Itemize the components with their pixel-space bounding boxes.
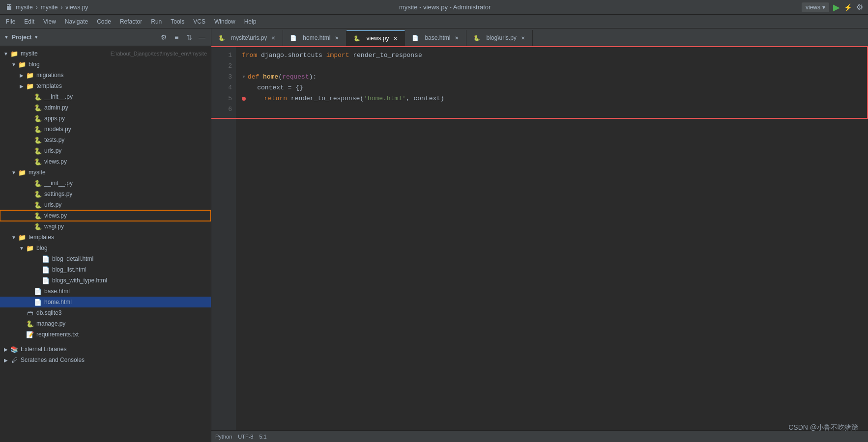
lib-icon: 📚: [10, 345, 19, 354]
sidebar-close-icon[interactable]: —: [197, 32, 207, 42]
code-line-2: [242, 61, 862, 72]
breadcrumb-mysite2[interactable]: mysite: [41, 4, 58, 11]
editor-area: 🐍 mysite\urls.py ✕ 📄 home.html ✕ 🐍 views…: [211, 28, 868, 442]
tab-close-home[interactable]: ✕: [333, 34, 340, 41]
tree-item-blog-init[interactable]: 🐍 __init__.py: [0, 91, 211, 102]
tree-label-mysite-pkg: mysite: [29, 169, 207, 176]
tree-item-blogs-with-type[interactable]: 📄 blogs_with_type.html: [0, 275, 211, 286]
tree-label-blogs-with-type: blogs_with_type.html: [52, 277, 207, 284]
sidebar: ▼ Project ▾ ⚙ ≡ ⇅ — ▼ 📁 mysite E:\about_…: [0, 28, 211, 442]
py-icon: 🐍: [33, 103, 42, 112]
tree-item-mysite-root[interactable]: ▼ 📁 mysite E:\about_Django\test\mysite_e…: [0, 48, 211, 59]
tree-item-blog-views[interactable]: 🐍 views.py: [0, 156, 211, 167]
tab-close-blog-urls[interactable]: ✕: [520, 34, 526, 41]
scratches-icon: 🖊: [10, 356, 19, 364]
menu-help[interactable]: Help: [240, 17, 260, 27]
arrow-scratches: ▶: [2, 358, 10, 363]
sidebar-collapse-all-icon[interactable]: ⇅: [184, 32, 194, 42]
fn-home: home: [263, 72, 278, 83]
tree-label-templates: templates: [29, 234, 207, 241]
tree-item-mysite-settings[interactable]: 🐍 settings.py: [0, 189, 211, 199]
kw-return: return: [264, 93, 287, 104]
tree-item-blog-admin[interactable]: 🐍 admin.py: [0, 102, 211, 113]
tab-home[interactable]: 📄 home.html ✕: [283, 30, 347, 46]
sidebar-settings-icon[interactable]: ⚙: [159, 32, 169, 42]
tree-item-home-html[interactable]: 📄 home.html: [0, 297, 211, 307]
tree-item-requirements[interactable]: 📝 requirements.txt: [0, 329, 211, 340]
sidebar-menu-icon[interactable]: ≡: [172, 32, 181, 42]
tree-label-mysite-init: __init__.py: [44, 180, 207, 187]
tree-item-mysite-init[interactable]: 🐍 __init__.py: [0, 178, 211, 189]
views-dropdown[interactable]: views ▾: [802, 2, 829, 12]
tree-item-blog-detail[interactable]: 📄 blog_detail.html: [0, 253, 211, 264]
dropdown-icon[interactable]: ▾: [35, 34, 37, 40]
tree-item-blog[interactable]: ▼ 📁 blog: [0, 59, 211, 70]
tree-label-home-html: home.html: [44, 299, 207, 305]
tree-label-blog-list: blog_list.html: [52, 266, 207, 273]
folder-icon: 📁: [18, 168, 27, 177]
menu-tools[interactable]: Tools: [167, 17, 188, 27]
tree-item-blog-models[interactable]: 🐍 models.py: [0, 124, 211, 135]
tree-item-manage-py[interactable]: 🐍 manage.py: [0, 318, 211, 329]
sidebar-collapse-icon[interactable]: ▼: [4, 34, 9, 40]
tree-label: mysite: [21, 50, 108, 57]
breadcrumb-views[interactable]: views.py: [65, 4, 88, 11]
tree-item-external-libs[interactable]: ▶ 📚 External Libraries: [0, 344, 211, 355]
tree-item-base-html[interactable]: 📄 base.html: [0, 286, 211, 297]
tree-item-scratches[interactable]: ▶ 🖊 Scratches and Consoles: [0, 355, 211, 365]
menu-refactor[interactable]: Refactor: [116, 17, 146, 27]
status-file-type: Python: [215, 434, 232, 440]
html-icon: 📄: [33, 287, 42, 296]
db-icon: 🗃: [26, 308, 34, 317]
tree-item-blog-tests[interactable]: 🐍 tests.py: [0, 135, 211, 145]
arrow-tpl-blog: ▼: [18, 246, 26, 251]
tree-item-mysite-pkg[interactable]: ▼ 📁 mysite: [0, 167, 211, 178]
tree-item-blog-apps[interactable]: 🐍 apps.py: [0, 113, 211, 124]
tree-item-migrations[interactable]: ▶ 📁 migrations: [0, 70, 211, 81]
tree-label-blog-models: models.py: [44, 126, 207, 133]
fold-marker-3[interactable]: ▾: [242, 72, 246, 83]
tree-item-db-sqlite[interactable]: 🗃 db.sqlite3: [0, 307, 211, 318]
kw-def: def: [248, 72, 259, 83]
menu-edit[interactable]: Edit: [20, 17, 38, 27]
tab-label-base: base.html: [425, 34, 450, 41]
menu-window[interactable]: Window: [210, 17, 239, 27]
py-icon: 🐍: [33, 190, 42, 198]
tree-item-mysite-views[interactable]: 🐍 views.py: [0, 210, 211, 221]
tab-base[interactable]: 📄 base.html ✕: [405, 30, 466, 46]
tree-label-manage-py: manage.py: [36, 320, 207, 327]
code-area[interactable]: from django.shortcuts import render_to_r…: [236, 46, 868, 430]
folder-icon: 📁: [26, 71, 34, 80]
tree-item-blog-list[interactable]: 📄 blog_list.html: [0, 264, 211, 275]
breadcrumb-mysite[interactable]: mysite: [16, 4, 33, 11]
tab-blog-urls[interactable]: 🐍 blog\urls.py ✕: [466, 30, 532, 46]
folder-icon: 📁: [10, 49, 19, 58]
tree-item-mysite-urls[interactable]: 🐍 urls.py: [0, 199, 211, 210]
tab-close-views[interactable]: ✕: [392, 35, 399, 42]
main-area: ▼ Project ▾ ⚙ ≡ ⇅ — ▼ 📁 mysite E:\about_…: [0, 28, 868, 442]
tree-item-templates[interactable]: ▼ 📁 templates: [0, 232, 211, 243]
build-button[interactable]: ⚡: [844, 3, 852, 11]
code-line-4: context = {}: [242, 83, 862, 93]
menu-view[interactable]: View: [39, 17, 60, 27]
tab-close-urls[interactable]: ✕: [270, 34, 277, 41]
tab-close-base[interactable]: ✕: [453, 34, 460, 41]
menu-code[interactable]: Code: [93, 17, 115, 27]
line-numbers: 1 2 3 4 5 6: [211, 46, 236, 430]
menu-file[interactable]: File: [2, 17, 19, 27]
menu-navigate[interactable]: Navigate: [61, 17, 92, 27]
tree-label-tpl-blog: blog: [36, 245, 207, 251]
tree-item-blog-urls[interactable]: 🐍 urls.py: [0, 145, 211, 156]
tree-item-blog-templates[interactable]: ▶ 📁 templates: [0, 81, 211, 91]
py-icon: 🐍: [33, 114, 42, 123]
tree-item-tpl-blog[interactable]: ▼ 📁 blog: [0, 243, 211, 253]
tree-label-blog-tests: tests.py: [44, 137, 207, 143]
run-button[interactable]: ▶: [833, 2, 840, 13]
menu-vcs[interactable]: VCS: [189, 17, 209, 27]
tree-label-blog-templates: templates: [36, 83, 207, 89]
tab-views[interactable]: 🐍 views.py ✕: [347, 30, 405, 46]
tree-item-mysite-wsgi[interactable]: 🐍 wsgi.py: [0, 221, 211, 232]
gear-icon[interactable]: ⚙: [856, 2, 863, 12]
menu-run[interactable]: Run: [147, 17, 166, 27]
tab-urls[interactable]: 🐍 mysite\urls.py ✕: [211, 30, 283, 46]
